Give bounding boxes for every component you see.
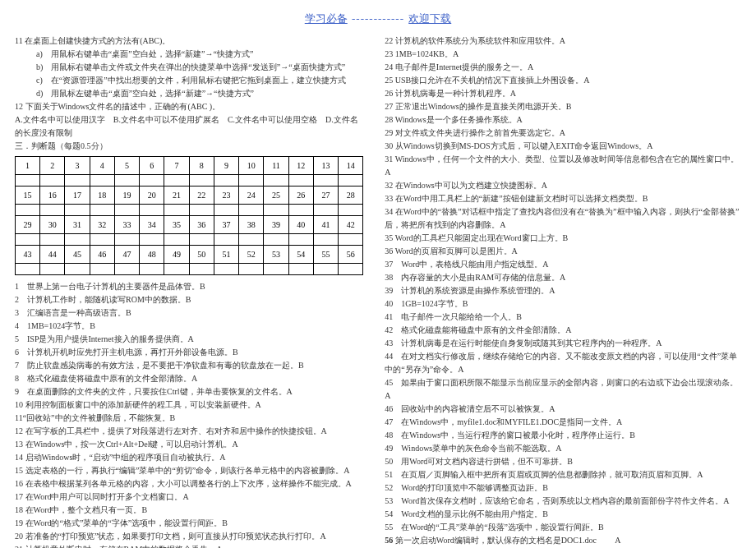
table-row: 1516171819202122232425262728 bbox=[16, 187, 363, 205]
main-content: 11 在桌面上创建快捷方式的方法有(ABC)。 a) 用鼠标右键单击“桌面”空白… bbox=[0, 35, 756, 548]
q11-a: a) 用鼠标右键单击“桌面”空白处，选择“新建”→“快捷方式” bbox=[15, 48, 363, 61]
judge-item: 55 在Word的“工具”菜单的“段落”选项中，能设置行间距。B bbox=[385, 521, 740, 534]
judge-item: 49 Windows菜单中的灰色命令当前不能选取。A bbox=[385, 442, 740, 455]
judge-item: 2 计算机工作时，能随机读写ROM中的数据。B bbox=[15, 293, 363, 306]
judge-item: 26 计算机病毒是一种计算机程序。A bbox=[385, 87, 740, 100]
judge-item: 9 在桌面删除的文件夹的文件，只要按住Ctrl键，并单击要恢复的文件名。A bbox=[15, 385, 363, 398]
judge-item: 32 在Windows中可以为文档建立快捷图标。A bbox=[385, 179, 740, 192]
table-row bbox=[16, 175, 363, 187]
table-row: 2930313233343536373839404142 bbox=[16, 216, 363, 234]
table-row: 4344454647484950515253545556 bbox=[16, 246, 363, 264]
judge-item: 54 Word文档的显示比例不能由用户指定。B bbox=[385, 508, 740, 521]
q11-b: b) 用鼠标右键单击文件或文件夹在弹出的快捷菜单中选择“发送到”→“桌面快捷方式… bbox=[15, 61, 363, 74]
judge-item: 47 在Windows中，myfile1.doc和MYFILE1.DOC是指同一… bbox=[385, 416, 740, 429]
judge-item: 48 在Windows中，当运行程序的窗口被最小化时，程序停止运行。B bbox=[385, 429, 740, 442]
judge-item: 43 计算机病毒是在运行时能使自身复制或随其到其它程序内的一种程序。A bbox=[385, 337, 740, 350]
q11-c: c) 在“资源管理器”中找出想要的文件，利用鼠标右键把它拖到桌面上，建立快捷方式 bbox=[15, 74, 363, 87]
judge-item: 35 Word的工具栏只能固定出现在Word窗口上方。B bbox=[385, 232, 740, 245]
judge-item: 23 1MB=1024KB。A bbox=[385, 48, 740, 61]
table-row bbox=[16, 205, 363, 216]
judge-item: 16 在表格中根据某列各单元格的内容，大小可以调整各行的上下次序，这样操作不能完… bbox=[15, 477, 363, 490]
judge-item: 29 对文件或文件夹进行操作之前首先要选定它。A bbox=[385, 127, 740, 140]
judge-item: 45 如果由于窗口面积所限不能显示当前应显示的全部内容，则窗口的右边或下边会出现… bbox=[385, 376, 740, 403]
judge-item: 40 1GB=1024字节。B bbox=[385, 297, 740, 311]
judge-item: 13 在Windows中，按一次Ctrl+Alt+Del键，可以启动计算机。A bbox=[15, 438, 363, 451]
q12: 12 下面关于Windows文件名的描述中，正确的有(ABC )。 bbox=[15, 100, 363, 113]
judge-item: 46 回收站中的内容被清空后不可以被恢复。A bbox=[385, 403, 740, 416]
judge-item: 44 在对文档实行修改后，继续存储给它的内容。又不能改变原文档的内容，可以使用“… bbox=[385, 350, 740, 376]
judge-item: 22 计算机的软件系统分为系统软件和应用软件。A bbox=[385, 35, 740, 48]
judge-item: 27 正常退出Windows的操作是直接关闭电源开关。B bbox=[385, 100, 740, 113]
judgement-table: 1234567891011121314 15161718192021222324… bbox=[15, 156, 363, 275]
judge-item: 30 从Windows切换到MS-DOS方式后，可以键入EXIT命令返回Wind… bbox=[385, 140, 740, 153]
judge-item: 17 在Word中用户可以同时打开多个文档窗口。A bbox=[15, 490, 363, 504]
header-divider: ------------ bbox=[352, 12, 404, 25]
judge-item: 38 内存容量的大小是由RAM可存储的信息量。A bbox=[385, 271, 740, 284]
judge-item: 12 在写字板的工具栏中，提供了对段落进行左对齐、右对齐和居中操作的快捷按钮。A bbox=[15, 425, 363, 438]
item-56-text: 第一次启动Word编辑时，默认保存的文档名是DOC1.doc A bbox=[393, 536, 620, 545]
left-column: 11 在桌面上创建快捷方式的方法有(ABC)。 a) 用鼠标右键单击“桌面”空白… bbox=[15, 35, 363, 548]
judge-item: 15 选定表格的一行，再执行“编辑”菜单中的“剪切”命令，则该行各单元格中的内容… bbox=[15, 464, 363, 477]
judge-item-56: 56 第一次启动Word编辑时，默认保存的文档名是DOC1.doc A bbox=[385, 534, 740, 547]
judge-item: 50 用Word可对文档内容进行拼错，但不可靠拼。B bbox=[385, 455, 740, 468]
judge-item: 14 启动Windows时，“启动”中组的程序项目自动被执行。A bbox=[15, 451, 363, 464]
table-row bbox=[16, 234, 363, 246]
judge-item: 51 在页眉／页脚输入框中把所有页眉或页脚的信息都删除掉，就可取消页眉和页脚。A bbox=[385, 468, 740, 481]
q11: 11 在桌面上创建快捷方式的方法有(ABC)。 bbox=[15, 35, 363, 48]
judge-item: 53 Word首次保存文档时，应该给它命名，否则系统以文档内容的最前面部份字符作… bbox=[385, 495, 740, 508]
judge-item: 19 在Word的“格式”菜单的“字体”选项中，能设置行间距。B bbox=[15, 517, 363, 530]
judge-item: 37 Word中，表格线只能由用户指定线型。A bbox=[385, 258, 740, 271]
judge-item: 10 利用控制面板窗口中的添加新硬件的程工具，可以安装新硬件。A bbox=[15, 398, 363, 412]
page-header: 学习必备 ------------ 欢迎下载 bbox=[0, 0, 756, 35]
right-column: 22 计算机的软件系统分为系统软件和应用软件。A 23 1MB=1024KB。A… bbox=[385, 35, 740, 548]
item-56-number: 56 bbox=[385, 536, 393, 545]
judge-item: 36 Word的页眉和页脚可以是图片。A bbox=[385, 245, 740, 258]
judge-item: 41 电子邮件一次只能给给一个人。B bbox=[385, 311, 740, 324]
judge-item: 3 汇编语言是一种高级语言。B bbox=[15, 306, 363, 320]
judge-item: 1 世界上第一台电子计算机的主要器件是晶体管。B bbox=[15, 280, 363, 293]
header-right-text: 欢迎下载 bbox=[408, 12, 451, 25]
judge-item: 18 在Word中，整个文档只有一页。B bbox=[15, 504, 363, 517]
judge-item: 39 计算机的系统资源是由操作系统管理的。A bbox=[385, 284, 740, 297]
judge-item: 11“回收站”中的文件被删除后，不能恢复。B bbox=[15, 412, 363, 425]
table-row bbox=[16, 264, 363, 275]
judge-item: 42 格式化磁盘能将磁盘中原有的文件全部清除。A bbox=[385, 324, 740, 337]
section-3-title: 三．判断题（每题0.5分） bbox=[15, 140, 363, 153]
judge-item: 33 在Word中用工具栏上的“新建”按钮创建新文档时可以选择文档类型。B bbox=[385, 192, 740, 205]
table-row: 1234567891011121314 bbox=[16, 157, 363, 175]
judge-item: 21 计算机意外断电时，存储在RAM中的数据将会丢失。A bbox=[15, 543, 363, 548]
judge-item: 28 Windows是一个多任务操作系统。A bbox=[385, 113, 740, 127]
judge-item: 34 在Word中的“替换”对话框中指定了查找内容但没有在“替换为”框中输入内容… bbox=[385, 205, 740, 232]
judge-item: 24 电子邮件是Internet提供的服务之一。A bbox=[385, 61, 740, 74]
judge-item: 6 计算机开机时应先打开主机电源，再打开外部设备电源。B bbox=[15, 346, 363, 359]
judge-item: 52 Word的打印顶览中不能够调整页边距。B bbox=[385, 481, 740, 495]
judge-item: 25 USB接口允许在不关机的情况下直接插上外围设备。A bbox=[385, 74, 740, 87]
judge-item: 8 格式化磁盘使将磁盘中原有的文件全部清除。A bbox=[15, 372, 363, 385]
header-left-text: 学习必备 bbox=[305, 12, 348, 25]
judge-item: 4 1MB=1024字节。B bbox=[15, 320, 363, 333]
q11-d: d) 用鼠标左键单击“桌面”空白处，选择“新建”→“快捷方式” bbox=[15, 87, 363, 100]
judge-item: 31 Windows中，任何一个文件的大小、类型、位置以及修改时间等信息都包含在… bbox=[385, 153, 740, 179]
q12-options: A.文件名中可以使用汉字 B.文件名中可以不使用扩展名 C.文件名中可以使用空格… bbox=[15, 113, 363, 140]
judge-item: 5 ISP是为用户提供Internet接入的服务提供商。A bbox=[15, 333, 363, 346]
judge-item: 7 防止软盘感染病毒的有效方法，是不要把干净软盘和有毒的软盘放在一起。B bbox=[15, 359, 363, 372]
judge-item: 20 若准备的“打印预览”状态，如果要打印文档，则可直接从打印预览状态执行打印。… bbox=[15, 530, 363, 543]
